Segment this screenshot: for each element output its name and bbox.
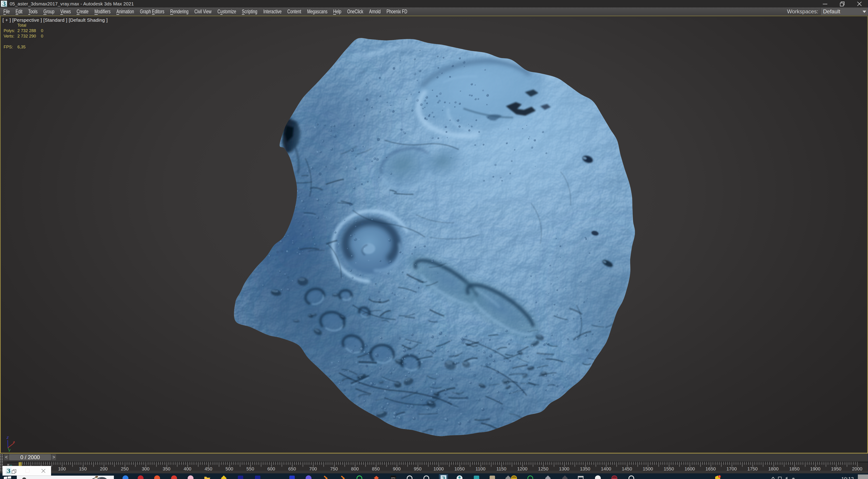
menu-label-wrap: Arnold [369, 7, 381, 15]
menu-megascans[interactable]: Megascans [304, 7, 331, 15]
taskbar-icon-tray-chevron[interactable] [770, 475, 776, 479]
menu-file[interactable]: File [0, 7, 13, 15]
3dsmax-thumb-icon: 3 [6, 468, 11, 475]
menu-label-text: Group [43, 7, 55, 15]
taskbar-icon-bee-app[interactable] [511, 475, 517, 479]
ruler-tick [535, 462, 535, 465]
menu-tools[interactable]: Tools [25, 7, 40, 15]
menu-edit[interactable]: Edit [13, 7, 25, 15]
ruler-tick [757, 462, 757, 465]
taskbar-icon-tray-speaker[interactable] [783, 475, 790, 479]
ruler-tick [851, 462, 851, 465]
track-bar[interactable]: 1001502002503003504004505005506006507007… [0, 461, 868, 473]
taskbar-thumbnail-popup[interactable]: 3 [2, 466, 51, 476]
workspace-dropdown[interactable]: Default [820, 8, 868, 15]
taskbar-icon-orange-arrow-1[interactable] [322, 475, 329, 479]
taskbar-icon-firefox[interactable] [154, 475, 160, 479]
ruler-tick [236, 462, 236, 465]
thumb-close-icon[interactable] [41, 469, 46, 473]
ruler-tick [317, 462, 318, 465]
taskbar-icon-teal-person[interactable] [456, 475, 463, 479]
menu-help[interactable]: Help [330, 7, 344, 15]
ruler-tick [323, 462, 324, 467]
time-slider-handle[interactable]: 0 / 2000 [9, 454, 51, 460]
taskbar-icon-navy-app-1[interactable] [237, 475, 244, 479]
ruler-tick [315, 462, 315, 465]
taskbar-icon-teal-app[interactable] [473, 475, 480, 479]
ruler-tick [598, 462, 598, 465]
ruler-label: 1000 [434, 466, 444, 472]
taskbar-icon-keyshot[interactable] [221, 475, 227, 479]
taskbar-icon-white-ring[interactable] [628, 475, 634, 479]
ruler-tick [709, 462, 709, 465]
menu-scripting[interactable]: Scripting [239, 7, 260, 15]
taskbar-icon-orange-arrow-2[interactable] [340, 475, 346, 479]
previous-frame-button[interactable]: < [4, 454, 8, 460]
taskbar-icon-purple-ring[interactable] [305, 475, 312, 479]
taskbar-icon-edge[interactable] [122, 475, 129, 479]
taskbar-icon-blue-app[interactable] [289, 475, 295, 479]
taskbar-icon-gray-diamond-1[interactable] [505, 475, 511, 479]
taskbar-icon-navy-app-2[interactable] [254, 475, 261, 479]
3dsmax-app-icon[interactable]: 3 MAX [1, 1, 7, 7]
taskbar-icon-tray-network[interactable] [790, 475, 797, 479]
tray-icon-box[interactable] [858, 475, 868, 479]
menu-group[interactable]: Group [40, 7, 57, 15]
taskbar-icon-window-app[interactable] [578, 475, 584, 479]
taskbar-icon-opera[interactable] [137, 475, 144, 479]
ruler-tick [575, 462, 575, 467]
menu-views[interactable]: Views [57, 7, 74, 15]
menu-animation[interactable]: Animation [114, 7, 137, 15]
taskbar-icon-sphere-app[interactable] [611, 475, 618, 479]
ruler-tick [684, 462, 684, 465]
ruler-tick [346, 462, 347, 465]
taskbar-icon-clock-app[interactable] [406, 475, 413, 479]
ruler-tick [550, 462, 550, 465]
taskbar-icon-dark-diamond[interactable] [562, 475, 568, 479]
taskbar-icon-archive-app[interactable] [489, 475, 495, 479]
ruler-tick [405, 462, 405, 465]
taskbar-icon-red-app[interactable] [171, 475, 177, 479]
toolbar-grip-handle[interactable] [0, 454, 3, 472]
taskbar-icon-epic-games[interactable]: EPIC [390, 475, 397, 479]
menu-modifiers[interactable]: Modifiers [92, 7, 114, 15]
menu-oneclick[interactable]: OneClick [344, 7, 366, 15]
thumb-restore-icon[interactable] [11, 469, 17, 474]
taskbar-icon-tray-pen[interactable] [777, 475, 783, 479]
close-button[interactable] [851, 0, 868, 7]
ruler-tick [311, 462, 311, 465]
menu-customize[interactable]: Customize [215, 7, 239, 15]
ruler-tick [43, 462, 43, 465]
taskbar-icon-green-ring[interactable] [527, 475, 533, 479]
menu-graph-editors[interactable]: Graph Editors [137, 7, 167, 15]
next-frame-button[interactable]: > [52, 454, 56, 460]
menu-create[interactable]: Create [74, 7, 92, 15]
taskbar-icon-gray-diamond-2[interactable] [545, 475, 551, 479]
menu-interactive[interactable]: Interactive [260, 7, 285, 15]
minimize-button[interactable] [816, 0, 834, 7]
viewport-label[interactable]: [ + ] [Perspective ] [Standard ] [Defaul… [2, 18, 107, 23]
menu-civil-view[interactable]: Civil View [191, 7, 215, 15]
menu-arnold[interactable]: Arnold [366, 7, 383, 15]
taskbar-icon-3dsmax-active[interactable]: 3 [440, 475, 447, 479]
menu-content[interactable]: Content [284, 7, 304, 15]
perspective-viewport[interactable]: .spk circle{fill:#31547a}.spk circle.l{f… [0, 15, 868, 453]
ruler-tick [200, 462, 200, 465]
ruler-tick [817, 462, 818, 465]
taskbar-icon-shield-badge[interactable]: 1 [715, 475, 721, 479]
start-button-icon[interactable] [3, 476, 12, 479]
menu-rendering[interactable]: Rendering [167, 7, 191, 15]
taskbar-icon-circle-app[interactable] [423, 475, 430, 479]
taskbar-icon-face-app[interactable] [595, 475, 601, 479]
ruler-label: 1350 [580, 466, 590, 472]
taskbar-icon-pink-app[interactable] [187, 475, 194, 479]
restore-button[interactable] [834, 0, 851, 7]
taskbar-icon-whatsapp[interactable] [356, 475, 363, 479]
ruler-label: 2000 [852, 466, 862, 472]
ruler-tick [790, 462, 791, 465]
taskbar-icon-explorer-folder[interactable] [204, 475, 210, 479]
menu-phoenix-fd[interactable]: Phoenix FD [383, 7, 410, 15]
photo-preview-window[interactable] [17, 476, 114, 479]
taskbar-icon-autodesk-home[interactable] [373, 475, 379, 479]
thumb-ghost-box [26, 469, 29, 473]
